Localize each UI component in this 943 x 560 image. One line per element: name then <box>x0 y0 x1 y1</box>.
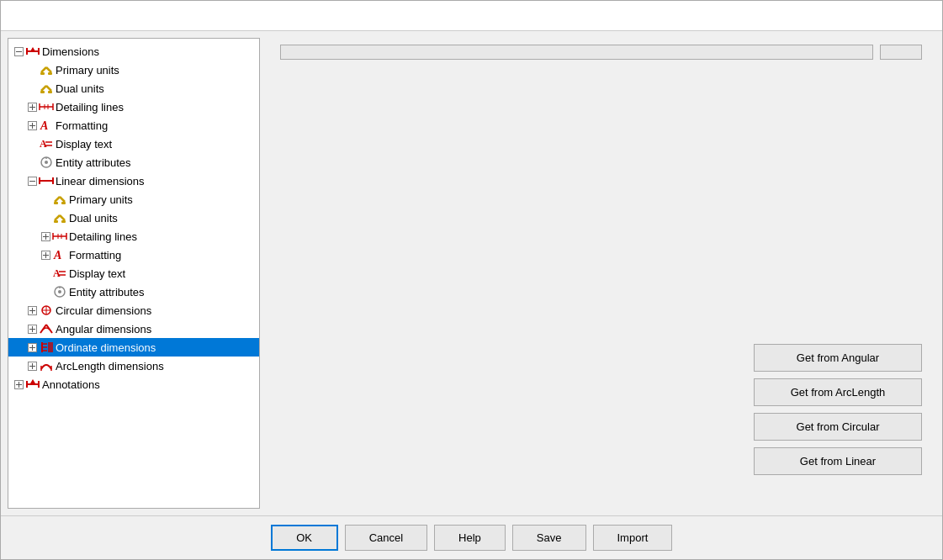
tree-label-primary-units-2: Primary units <box>69 193 133 206</box>
tree-item-detailing-lines-2[interactable]: Detailing lines <box>8 227 259 246</box>
get-arclength-button[interactable]: Get from ArcLength <box>754 378 922 406</box>
get-existing-button[interactable] <box>880 45 922 60</box>
annotations-icon <box>25 377 40 392</box>
svg-rect-13 <box>48 91 52 93</box>
expand-icon-formatting-1[interactable] <box>25 119 39 132</box>
expand-icon-dual-units-1[interactable] <box>25 82 39 95</box>
import-button[interactable]: Import <box>593 525 673 551</box>
expand-icon-display-text-2[interactable] <box>39 267 52 280</box>
tree-label-annotations: Annotations <box>42 378 100 391</box>
tree-item-ordinate-dims[interactable]: Ordinate dimensions <box>8 338 259 357</box>
svg-line-38 <box>60 197 65 202</box>
tree-label-ordinate-dims: Ordinate dimensions <box>56 341 156 354</box>
expand-icon-linear-dims[interactable] <box>25 174 39 188</box>
tree-label-display-text-1: Display text <box>56 138 112 151</box>
action-buttons: Get from AngularGet from ArcLengthGet fr… <box>280 344 922 475</box>
tree-label-formatting-1: Formatting <box>56 119 108 132</box>
svg-text:A: A <box>53 249 61 262</box>
svg-marker-95 <box>30 379 35 383</box>
displaytext-icon: A <box>39 136 54 151</box>
tree-item-dimensions[interactable]: Dimensions <box>8 42 259 61</box>
tree-item-circular-dims[interactable]: Circular dimensions <box>8 301 259 320</box>
svg-line-11 <box>46 86 51 91</box>
save-button[interactable]: Save <box>512 525 586 551</box>
tree-panel: DimensionsPrimary unitsDual unitsDetaili… <box>8 38 260 509</box>
tree-label-display-text-2: Display text <box>69 267 125 280</box>
tree-item-display-text-2[interactable]: ADisplay text <box>8 264 259 283</box>
expand-icon-arclength-dims[interactable] <box>25 359 39 372</box>
circular-icon <box>39 303 54 318</box>
expand-icon-ordinate-dims[interactable] <box>25 341 39 354</box>
tree-item-primary-units-1[interactable]: Primary units <box>8 61 259 79</box>
expand-icon-entity-attrs-2[interactable] <box>39 285 52 298</box>
detailing-icon <box>52 229 67 244</box>
clear-button[interactable] <box>280 45 873 60</box>
tree-item-annotations[interactable]: Annotations <box>8 375 259 394</box>
svg-marker-5 <box>30 47 35 51</box>
tree-item-entity-attrs-2[interactable]: Entity attributes <box>8 283 259 301</box>
help-button[interactable]: Help <box>434 525 506 551</box>
svg-line-37 <box>55 197 60 202</box>
svg-point-61 <box>58 290 61 293</box>
svg-text:A: A <box>40 138 47 150</box>
formatting-icon: A <box>39 118 54 133</box>
expand-icon-angular-dims[interactable] <box>25 322 39 335</box>
tree-item-primary-units-2[interactable]: Primary units <box>8 190 259 209</box>
expand-icon-display-text-1[interactable] <box>25 137 39 151</box>
expand-icon-detailing-lines-2[interactable] <box>39 230 52 243</box>
tree-item-linear-dims[interactable]: Linear dimensions <box>8 172 259 190</box>
right-panel: Get from AngularGet from ArcLengthGet fr… <box>267 38 935 509</box>
svg-rect-9 <box>48 72 52 75</box>
svg-rect-12 <box>40 91 45 93</box>
get-linear-button[interactable]: Get from Linear <box>754 447 922 475</box>
units-icon <box>39 81 54 96</box>
tree-label-primary-units-1: Primary units <box>56 64 119 77</box>
close-button[interactable] <box>922 14 932 18</box>
content-area: DimensionsPrimary unitsDual unitsDetaili… <box>1 31 942 515</box>
svg-line-7 <box>46 67 51 72</box>
tree-label-angular-dims: Angular dimensions <box>56 323 151 335</box>
tree-item-dual-units-1[interactable]: Dual units <box>8 79 259 98</box>
detailing-icon <box>39 99 54 114</box>
tree-item-display-text-1[interactable]: ADisplay text <box>8 135 259 153</box>
tree-label-arclength-dims: ArcLength dimensions <box>56 360 164 372</box>
expand-icon-dual-units-2[interactable] <box>39 211 52 225</box>
svg-line-10 <box>41 86 46 91</box>
expand-icon-dimensions[interactable] <box>12 45 25 58</box>
tree-item-dual-units-2[interactable]: Dual units <box>8 209 259 227</box>
get-circular-button[interactable]: Get from Circular <box>754 413 922 441</box>
svg-rect-44 <box>61 220 66 223</box>
expand-icon-annotations[interactable] <box>12 378 25 391</box>
units-icon <box>52 192 67 207</box>
expand-icon-entity-attrs-1[interactable] <box>25 156 39 169</box>
expand-icon-detailing-lines-1[interactable] <box>25 100 39 114</box>
tree-label-formatting-2: Formatting <box>69 249 121 262</box>
tree-label-entity-attrs-2: Entity attributes <box>69 286 145 298</box>
tree-item-arclength-dims[interactable]: ArcLength dimensions <box>8 357 259 375</box>
tree-item-detailing-lines-1[interactable]: Detailing lines <box>8 98 259 116</box>
expand-icon-primary-units-2[interactable] <box>39 193 52 206</box>
tree-label-linear-dims: Linear dimensions <box>56 175 145 188</box>
ok-button[interactable]: OK <box>271 525 338 551</box>
tree-item-formatting-2[interactable]: AFormatting <box>8 246 259 264</box>
ordinate-icon <box>39 340 54 355</box>
entity-icon <box>39 155 54 170</box>
displaytext-icon: A <box>52 266 67 281</box>
svg-rect-39 <box>54 202 58 204</box>
svg-text:A: A <box>40 119 48 132</box>
svg-rect-8 <box>40 72 45 75</box>
expand-icon-primary-units-1[interactable] <box>25 63 39 77</box>
get-angular-button[interactable]: Get from Angular <box>754 344 922 372</box>
expand-icon-formatting-2[interactable] <box>39 248 52 262</box>
tree-item-formatting-1[interactable]: AFormatting <box>8 116 259 135</box>
cancel-button[interactable]: Cancel <box>345 525 427 551</box>
footer: OKCancelHelpSaveImport <box>1 515 942 559</box>
expand-icon-circular-dims[interactable] <box>25 304 39 317</box>
svg-line-6 <box>41 67 46 72</box>
tree-item-angular-dims[interactable]: Angular dimensions <box>8 320 259 338</box>
tree-item-entity-attrs-1[interactable]: Entity attributes <box>8 153 259 172</box>
tree-label-circular-dims: Circular dimensions <box>56 304 151 317</box>
tree-label-detailing-lines-1: Detailing lines <box>56 101 124 114</box>
tree-label-dimensions: Dimensions <box>42 45 99 58</box>
arclength-icon <box>39 358 54 373</box>
